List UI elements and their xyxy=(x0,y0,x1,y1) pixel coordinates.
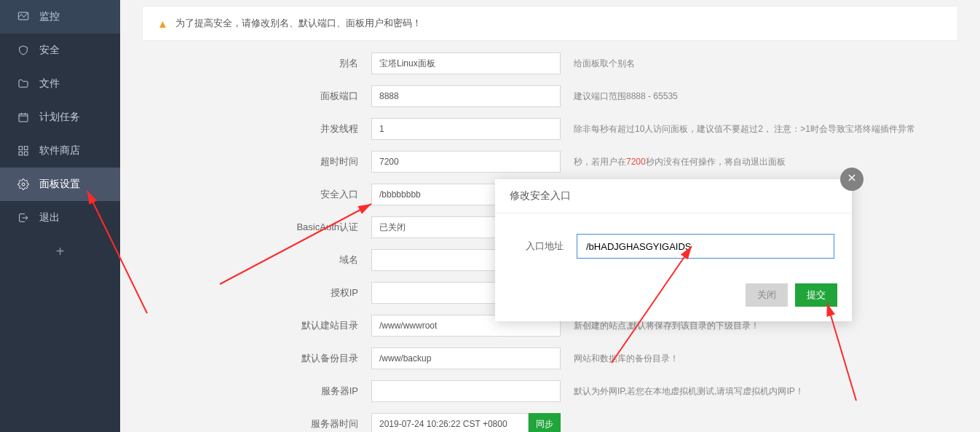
dialog-submit-button[interactable]: 提交 xyxy=(795,283,837,307)
threads-input[interactable] xyxy=(371,118,561,140)
sidebar-item-files[interactable]: 文件 xyxy=(0,67,120,101)
svg-rect-4 xyxy=(19,152,23,155)
svg-rect-5 xyxy=(24,152,28,155)
dialog-cancel-button[interactable]: 关闭 xyxy=(746,283,788,307)
port-hint: 建议端口范围8888 - 65535 xyxy=(574,90,678,103)
timeout-hint: 秒，若用户在7200秒内没有任何操作，将自动退出面板 xyxy=(574,156,786,168)
sidebar-item-label: 文件 xyxy=(39,77,60,90)
sidebar-item-label: 计划任务 xyxy=(39,111,80,124)
sitedir-hint: 新创建的站点,默认将保存到该目录的下级目录！ xyxy=(574,320,759,332)
sidebar-item-security[interactable]: 安全 xyxy=(0,34,120,67)
sitedir-label: 默认建站目录 xyxy=(142,319,371,332)
grid-icon xyxy=(17,145,29,157)
sidebar: 监控 安全 文件 计划任务 软件商店 面板设置 退出 + xyxy=(0,0,120,432)
backupdir-hint: 网站和数据库的备份目录！ xyxy=(574,353,679,365)
monitor-icon xyxy=(17,11,29,23)
alias-label: 别名 xyxy=(142,57,371,70)
warning-icon: ▲ xyxy=(157,17,168,30)
basicauth-label: BasicAuth认证 xyxy=(142,221,371,234)
servertime-input[interactable] xyxy=(371,413,529,432)
backupdir-input[interactable] xyxy=(371,347,561,369)
folder-icon xyxy=(17,78,29,90)
backupdir-label: 默认备份目录 xyxy=(142,352,371,365)
threads-hint: 除非每秒有超过10人访问面板，建议值不要超过2， 注意：>1时会导致宝塔终端插件… xyxy=(574,123,915,136)
sidebar-item-label: 软件商店 xyxy=(39,144,80,157)
sidebar-item-label: 监控 xyxy=(39,10,60,23)
dialog-title: 修改安全入口 xyxy=(495,179,852,213)
warning-text: 为了提高安全，请修改别名、默认端口、面板用户和密码！ xyxy=(175,17,422,30)
port-input[interactable] xyxy=(371,85,561,107)
dialog-close-button[interactable] xyxy=(840,168,864,191)
port-label: 面板端口 xyxy=(142,90,371,103)
alias-hint: 给面板取个别名 xyxy=(574,58,635,70)
sidebar-item-store[interactable]: 软件商店 xyxy=(0,134,120,168)
sidebar-item-label: 面板设置 xyxy=(39,178,80,191)
authip-label: 授权IP xyxy=(142,286,371,299)
calendar-icon xyxy=(17,111,29,123)
security-warning: ▲ 为了提高安全，请修改别名、默认端口、面板用户和密码！ xyxy=(142,6,958,41)
sidebar-item-settings[interactable]: 面板设置 xyxy=(0,168,120,201)
svg-rect-1 xyxy=(19,114,28,122)
svg-point-6 xyxy=(22,183,25,186)
sidebar-item-label: 退出 xyxy=(39,211,60,224)
servertime-label: 服务器时间 xyxy=(142,417,371,431)
svg-rect-2 xyxy=(19,146,23,150)
serverip-hint: 默认为外网IP,若您在本地虚拟机测试,请填写虚拟机内网IP！ xyxy=(574,385,804,398)
threads-label: 并发线程 xyxy=(142,122,371,136)
alias-input[interactable] xyxy=(371,52,561,74)
sidebar-item-cron[interactable]: 计划任务 xyxy=(0,101,120,134)
dialog-field-label: 入口地址 xyxy=(513,240,564,253)
servertime-sync-button[interactable]: 同步 xyxy=(529,413,561,432)
dialog-entrance-input[interactable] xyxy=(577,234,834,259)
shield-icon xyxy=(17,44,29,56)
sidebar-item-label: 安全 xyxy=(39,44,60,57)
sidebar-item-logout[interactable]: 退出 xyxy=(0,201,120,235)
exit-icon xyxy=(17,212,29,224)
timeout-input[interactable] xyxy=(371,151,561,173)
close-icon xyxy=(847,173,857,186)
serverip-label: 服务器IP xyxy=(142,385,371,398)
serverip-input[interactable] xyxy=(371,380,561,402)
gear-icon xyxy=(17,178,29,190)
modify-entrance-dialog: 修改安全入口 入口地址 关闭 提交 xyxy=(495,179,852,321)
domain-label: 域名 xyxy=(142,254,371,267)
svg-rect-3 xyxy=(24,146,28,150)
sidebar-add[interactable]: + xyxy=(0,235,120,269)
sidebar-item-monitor[interactable]: 监控 xyxy=(0,0,120,34)
timeout-label: 超时时间 xyxy=(142,155,371,168)
entrance-label: 安全入口 xyxy=(142,188,371,201)
